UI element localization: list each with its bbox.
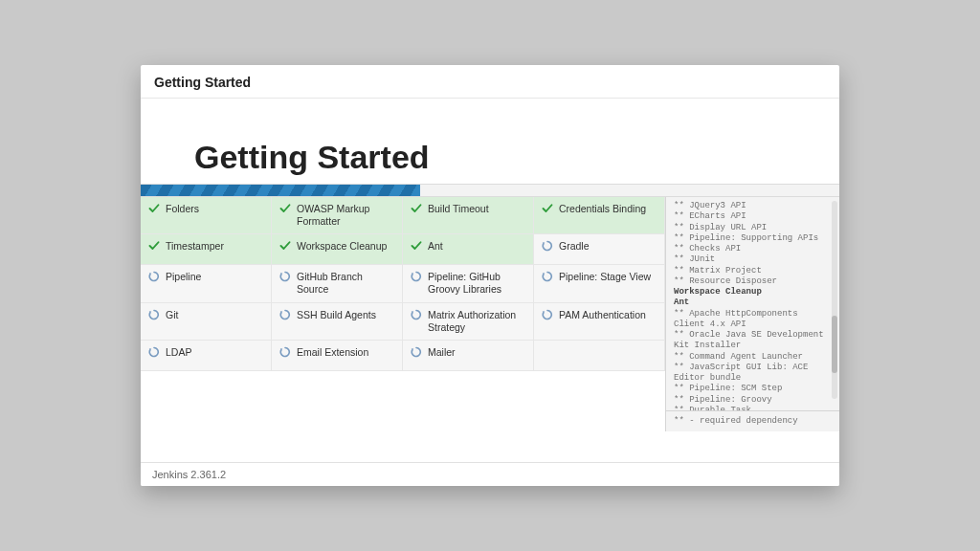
log-footnote-text: ** - required dependency — [674, 416, 798, 426]
window-header: Getting Started — [141, 65, 839, 99]
log-line: ** Display URL API — [674, 223, 834, 233]
plugin-cell: Timestamper — [141, 234, 272, 265]
plugin-cell: SSH Build Agents — [272, 303, 403, 341]
log-lines-bottom: ** Apache HttpComponents Client 4.x API*… — [674, 309, 834, 417]
plugin-label: Matrix Authorization Strategy — [428, 309, 527, 334]
log-line: ** JQuery3 API — [674, 201, 834, 211]
log-line: ** Pipeline: Groovy — [674, 395, 834, 406]
plugin-label: Pipeline — [166, 271, 201, 283]
plugin-label: Mailer — [428, 346, 456, 359]
window-title: Getting Started — [154, 75, 251, 90]
log-line: ** Pipeline: Supporting APIs — [674, 233, 834, 244]
plugin-label: SSH Build Agents — [297, 309, 376, 321]
plugin-cell — [534, 341, 665, 371]
plugin-label: Build Timeout — [428, 203, 489, 215]
plugin-label: Folders — [166, 203, 199, 215]
log-line: ** Apache HttpComponents Client 4.x API — [674, 309, 834, 331]
plugin-label: LDAP — [166, 346, 191, 359]
plugin-label: Git — [166, 309, 178, 321]
plugin-label: Email Extension — [297, 346, 368, 359]
plugin-label: Gradle — [559, 240, 590, 253]
plugin-label: Pipeline: GitHub Groovy Libraries — [428, 271, 527, 296]
log-lines-top: ** JQuery3 API** ECharts API** Display U… — [674, 201, 834, 287]
spinner-icon — [279, 271, 291, 282]
plugin-cell: Git — [141, 303, 272, 341]
check-icon — [279, 203, 291, 214]
spinner-icon — [279, 346, 291, 358]
plugin-cell: Gradle — [534, 234, 665, 265]
log-line: ** JavaScript GUI Lib: ACE Editor bundle — [674, 363, 834, 385]
plugin-label: Pipeline: Stage View — [559, 271, 651, 283]
plugin-cell: Ant — [403, 234, 534, 265]
check-icon — [411, 240, 422, 252]
plugin-grid: FoldersOWASP Markup FormatterBuild Timeo… — [141, 197, 665, 431]
plugin-label: OWASP Markup Formatter — [297, 203, 396, 228]
log-line-bold: Ant — [674, 298, 834, 308]
plugin-cell: Workspace Cleanup — [272, 234, 403, 265]
check-icon — [148, 203, 160, 214]
plugin-cell: LDAP — [141, 341, 272, 371]
check-icon — [148, 240, 160, 252]
plugin-cell: GitHub Branch Source — [272, 265, 403, 302]
plugin-cell: Pipeline: GitHub Groovy Libraries — [403, 265, 534, 302]
log-line: ** Command Agent Launcher — [674, 352, 834, 363]
spinner-icon — [542, 271, 553, 282]
footer: Jenkins 2.361.2 — [141, 462, 839, 486]
spinner-icon — [411, 271, 422, 282]
plugin-cell: OWASP Markup Formatter — [272, 197, 403, 234]
spinner-icon — [411, 309, 422, 320]
plugin-cell: PAM Authentication — [534, 303, 665, 341]
spinner-icon — [542, 240, 553, 252]
plugin-label: Workspace Cleanup — [297, 240, 387, 253]
plugin-cell: Pipeline — [141, 265, 272, 302]
plugin-cell: Folders — [141, 197, 272, 234]
spinner-icon — [411, 346, 422, 358]
plugin-label: Credentials Binding — [559, 203, 646, 215]
main-area: FoldersOWASP Markup FormatterBuild Timeo… — [141, 197, 839, 431]
plugin-label: Ant — [428, 240, 443, 253]
plugin-cell: Mailer — [403, 341, 534, 371]
log-line: ** Resource Disposer — [674, 276, 834, 287]
plugin-cell: Matrix Authorization Strategy — [403, 303, 534, 341]
scrollbar-track[interactable] — [832, 201, 837, 399]
plugin-label: GitHub Branch Source — [297, 271, 396, 296]
spinner-icon — [279, 309, 291, 320]
page-title: Getting Started — [194, 139, 839, 176]
log-line: ** Oracle Java SE Development Kit Instal… — [674, 330, 834, 352]
plugin-cell: Build Timeout — [403, 197, 534, 234]
spinner-icon — [148, 271, 160, 282]
plugin-label: Timestamper — [166, 240, 224, 253]
plugin-label: PAM Authentication — [559, 309, 646, 321]
install-log-panel: ** JQuery3 API** ECharts API** Display U… — [665, 197, 839, 431]
version-label: Jenkins 2.361.2 — [152, 469, 226, 480]
log-line: ** Matrix Project — [674, 266, 834, 276]
log-line: ** JUnit — [674, 254, 834, 265]
plugin-cell: Credentials Binding — [534, 197, 665, 234]
log-footnote: ** - required dependency — [666, 410, 839, 431]
check-icon — [279, 240, 291, 252]
spinner-icon — [148, 309, 160, 320]
plugin-cell: Email Extension — [272, 341, 403, 371]
log-line-bold: Workspace Cleanup — [674, 287, 834, 298]
log-line: ** ECharts API — [674, 211, 834, 222]
plugin-cell: Pipeline: Stage View — [534, 265, 665, 302]
setup-wizard-window: Getting Started Getting Started FoldersO… — [141, 65, 839, 486]
check-icon — [542, 203, 553, 214]
spinner-icon — [542, 309, 553, 320]
spinner-icon — [148, 346, 160, 358]
log-line: ** Checks API — [674, 244, 834, 254]
log-line: ** Pipeline: SCM Step — [674, 384, 834, 394]
progress-bar — [141, 184, 839, 197]
progress-fill — [141, 185, 420, 196]
check-icon — [411, 203, 422, 214]
hero-section: Getting Started — [141, 99, 839, 184]
scrollbar-thumb[interactable] — [832, 316, 837, 373]
